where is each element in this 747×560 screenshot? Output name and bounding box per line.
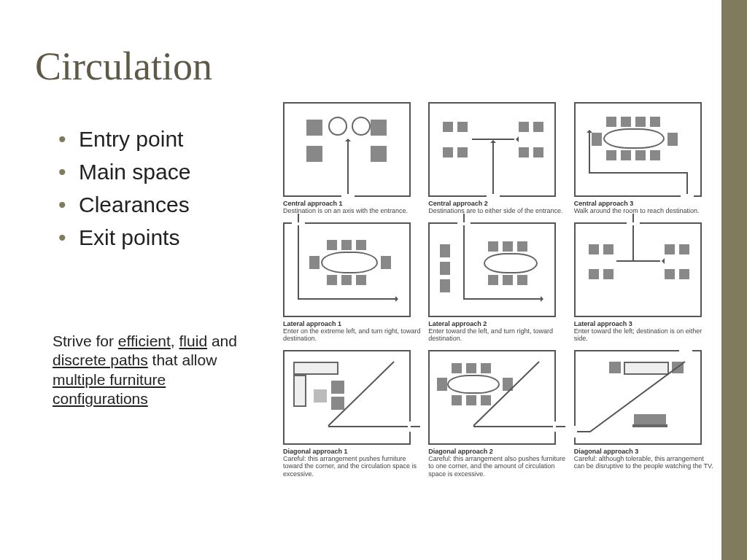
list-item: Exit points bbox=[58, 221, 190, 254]
diagram-central-2 bbox=[428, 102, 556, 197]
strive-paragraph: Strive for efficient, fluid and discrete… bbox=[53, 332, 264, 408]
diagram-central-1 bbox=[283, 102, 411, 197]
caption: Central approach 2Destinations are to ei… bbox=[428, 200, 568, 215]
diagram-lateral-1 bbox=[283, 222, 411, 317]
caption: Diagonal approach 2Careful: this arrange… bbox=[428, 448, 568, 478]
slide: Circulation Entry point Main space Clear… bbox=[0, 0, 747, 560]
diagram-cell: Lateral approach 3Enter toward the left;… bbox=[574, 222, 713, 343]
svg-line-1 bbox=[473, 362, 539, 426]
text: , bbox=[171, 332, 179, 349]
diagram-lateral-2 bbox=[428, 222, 556, 317]
diagram-diagonal-2 bbox=[428, 350, 556, 445]
diagram-cell: Central approach 3Walk around the room t… bbox=[574, 102, 713, 215]
caption: Diagonal approach 3Careful: although tol… bbox=[574, 448, 713, 470]
diagram-cell: Central approach 1Destination is on an a… bbox=[283, 102, 422, 215]
page-title: Circulation bbox=[35, 44, 212, 89]
diagram-cell: Diagonal approach 3Careful: although tol… bbox=[574, 350, 713, 478]
diagram-grid: Central approach 1Destination is on an a… bbox=[283, 102, 713, 478]
diagram-central-3 bbox=[574, 102, 702, 197]
underline-text: discrete paths bbox=[53, 351, 148, 368]
list-item: Main space bbox=[58, 155, 190, 188]
side-accent-bar bbox=[721, 0, 747, 560]
diagram-diagonal-1 bbox=[283, 350, 411, 445]
caption: Lateral approach 1Enter on the extreme l… bbox=[283, 320, 422, 343]
underline-text: multiple furniture configurations bbox=[53, 371, 166, 407]
diagram-diagonal-3 bbox=[574, 350, 702, 445]
diagram-lateral-3 bbox=[574, 222, 702, 317]
top-spacer bbox=[0, 0, 721, 29]
diagram-cell: Diagonal approach 2Careful: this arrange… bbox=[428, 350, 568, 478]
bullet-list: Entry point Main space Clearances Exit p… bbox=[58, 122, 190, 254]
diagram-cell: Lateral approach 2Enter toward the left,… bbox=[428, 222, 568, 343]
text: that allow bbox=[148, 351, 217, 368]
list-item: Clearances bbox=[58, 188, 190, 221]
caption: Diagonal approach 1Careful: this arrange… bbox=[283, 448, 422, 478]
underline-text: fluid bbox=[179, 332, 208, 349]
caption: Central approach 1Destination is on an a… bbox=[283, 200, 422, 215]
caption: Lateral approach 3Enter toward the left;… bbox=[574, 320, 713, 343]
text: Strive for bbox=[53, 332, 118, 349]
list-item: Entry point bbox=[58, 122, 190, 155]
text: and bbox=[207, 332, 237, 349]
underline-text: efficient bbox=[118, 332, 171, 349]
caption: Central approach 3Walk around the room t… bbox=[574, 200, 713, 215]
diagram-cell: Central approach 2Destinations are to ei… bbox=[428, 102, 568, 215]
svg-line-0 bbox=[328, 362, 394, 426]
caption: Lateral approach 2Enter toward the left,… bbox=[428, 320, 568, 343]
diagram-cell: Diagonal approach 1Careful: this arrange… bbox=[283, 350, 422, 478]
diagram-cell: Lateral approach 1Enter on the extreme l… bbox=[283, 222, 422, 343]
